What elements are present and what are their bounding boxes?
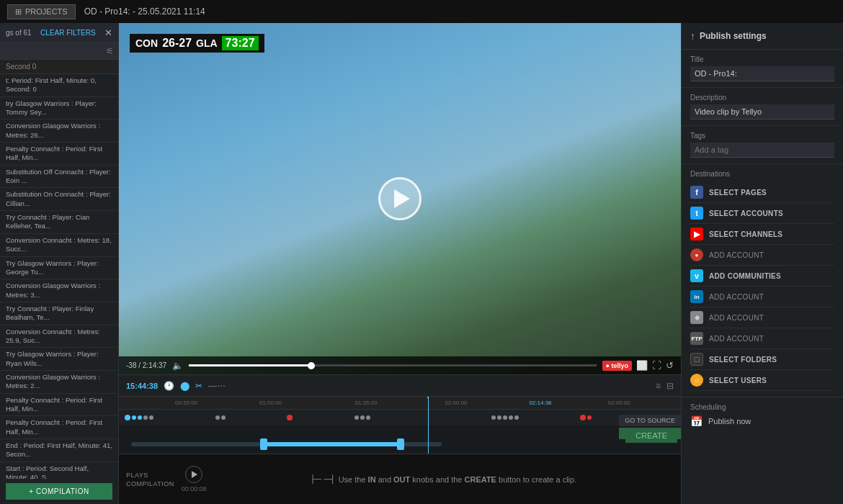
dest-ftp[interactable]: FTP ADD ACCOUNT bbox=[690, 328, 834, 349]
dest-od[interactable]: ● ADD ACCOUNT bbox=[690, 245, 834, 266]
list-item[interactable]: Conversion Connacht : Metres: 25.9, Suc.… bbox=[0, 325, 118, 348]
settings-icon[interactable]: ↺ bbox=[666, 360, 674, 371]
publish-now-row: 📅 Publish now bbox=[690, 415, 834, 427]
folders-label: SELECT FOLDERS bbox=[709, 356, 777, 364]
list-item[interactable]: Conversion Connacht : Metres: 18, Succ..… bbox=[0, 234, 118, 257]
create-button[interactable]: CREATE bbox=[625, 428, 677, 443]
list-item[interactable]: Substitution Off Connacht : Player: Eoin… bbox=[0, 166, 118, 189]
project-title: OD - Pro14: - 25.05.2021 11:14 bbox=[84, 6, 205, 17]
play-button[interactable] bbox=[378, 177, 422, 220]
time-display: -38 / 2:14:37 bbox=[126, 361, 166, 369]
clear-filters-button[interactable]: CLEAR FILTERS bbox=[40, 29, 96, 37]
progress-handle[interactable] bbox=[308, 362, 315, 369]
top-bar: ⊞ PROJECTS OD - Pro14: - 25.05.2021 11:1… bbox=[0, 0, 843, 23]
compilation-button[interactable]: + COMPILATION bbox=[6, 483, 112, 500]
ruler-label-2: 01:00:00 bbox=[259, 400, 282, 406]
description-label: Description bbox=[690, 94, 834, 102]
list-item[interactable]: Penalty Connacht : Period: First Half, M… bbox=[0, 143, 118, 166]
score1: 26-27 bbox=[162, 37, 192, 50]
list-icon[interactable]: ≡ bbox=[656, 381, 661, 391]
list-item[interactable]: Start : Period: Second Half, Minute: 40,… bbox=[0, 462, 118, 479]
video-frame: CON 26-27 GLA 73:27 bbox=[119, 23, 681, 374]
team1-label: CON bbox=[135, 37, 158, 49]
dest-other[interactable]: ◆ ADD ACCOUNT bbox=[690, 307, 834, 328]
compilation-label: COMPILATION bbox=[126, 480, 174, 487]
tags-input[interactable] bbox=[690, 143, 834, 158]
search-input[interactable] bbox=[4, 47, 106, 55]
list-item[interactable]: Conversion Glasgow Warriors : Metres: 2.… bbox=[0, 371, 118, 394]
publish-now-text: Publish now bbox=[708, 417, 751, 426]
results-count: gs of 61 bbox=[6, 29, 32, 37]
dest-vimeo[interactable]: v ADD COMMUNITIES bbox=[690, 266, 834, 287]
dest-linkedin[interactable]: in ADD ACCOUNT bbox=[690, 287, 834, 307]
scrubber-right-handle[interactable] bbox=[397, 438, 404, 450]
ruler-label-5: 02:14:38 bbox=[529, 400, 551, 406]
camera-icon[interactable]: ⬜ bbox=[636, 360, 648, 371]
vimeo-icon: v bbox=[690, 269, 703, 282]
go-to-source-button[interactable]: GO TO SOURCE bbox=[619, 415, 681, 426]
twitter-icon: t bbox=[690, 207, 703, 220]
timeline-ruler: 00:35:00 01:00:00 01:35:00 02:00:00 02:1… bbox=[119, 397, 681, 410]
vimeo-label: ADD COMMUNITIES bbox=[709, 272, 781, 280]
scissors-icon[interactable]: ✂ bbox=[195, 381, 202, 391]
hint-text: Use the IN and OUT knobs and the CREATE … bbox=[339, 475, 577, 484]
dest-facebook[interactable]: f SELECT PAGES bbox=[690, 182, 834, 203]
clip-play-area: 00:00:08 bbox=[182, 466, 207, 492]
publish-header: ↑ Publish settings bbox=[682, 23, 843, 50]
scrubber-left-handle[interactable] bbox=[260, 438, 267, 450]
list-item[interactable]: Try Glasgow Warriors : Player: Ryan Wils… bbox=[0, 348, 118, 371]
od-icon: ● bbox=[690, 248, 703, 261]
dest-users[interactable]: ○ SELECT USERS bbox=[690, 370, 834, 391]
timeline-controls-bar: 15:44:38 🕐 ⬤ ✂ —⋯ ≡ ⊟ bbox=[119, 374, 681, 396]
volume-icon[interactable]: 🔈 bbox=[172, 361, 183, 371]
list-item[interactable]: Conversion Glasgow Warriors : Metres: 3.… bbox=[0, 279, 118, 302]
list-item[interactable]: try Glasgow Warriors : Player: Tommy Sey… bbox=[0, 97, 118, 120]
list-item[interactable]: Try Glasgow Warriors : Player: George Tu… bbox=[0, 257, 118, 280]
ruler-label-4: 02:00:00 bbox=[445, 400, 467, 406]
projects-label: PROJECTS bbox=[25, 7, 68, 16]
description-section: Description bbox=[682, 88, 843, 126]
link-icon[interactable]: ⬤ bbox=[180, 381, 189, 391]
score-overlay: CON 26-27 GLA 73:27 bbox=[130, 34, 264, 53]
publish-title: Publish settings bbox=[700, 31, 767, 41]
clock-icon[interactable]: 🕐 bbox=[164, 381, 174, 391]
facebook-icon: f bbox=[690, 186, 703, 199]
out-label: OUT bbox=[393, 475, 410, 484]
mini-play-button[interactable] bbox=[185, 466, 202, 483]
timeline-time: 15:44:38 bbox=[126, 382, 158, 390]
score2: 73:27 bbox=[222, 36, 259, 50]
list-item[interactable]: t: Period: First Half, Minute: 0, Second… bbox=[0, 74, 118, 97]
list-item[interactable]: Try Connacht : Player: Cian Kelleher, Te… bbox=[0, 211, 118, 234]
list-item[interactable]: Try Connacht : Player: Finlay Bealham, T… bbox=[0, 302, 118, 325]
list-item[interactable]: Conversion Glasgow Warriors : Metres: 26… bbox=[0, 120, 118, 143]
zoom-icon[interactable]: —⋯ bbox=[208, 381, 226, 391]
list-item[interactable]: Penalty Connacht : Period: First Half, M… bbox=[0, 416, 118, 439]
close-button[interactable]: ✕ bbox=[104, 27, 112, 38]
list-item[interactable]: End : Period: First Half, Minute: 41, Se… bbox=[0, 439, 118, 462]
video-progress-bar[interactable] bbox=[189, 364, 596, 366]
projects-button[interactable]: ⊞ PROJECTS bbox=[7, 4, 76, 19]
plays-label: PLAYS bbox=[126, 472, 174, 479]
search-bar: ⚟ bbox=[0, 43, 118, 60]
dest-youtube[interactable]: ▶ SELECT CHANNELS bbox=[690, 224, 834, 245]
tellyo-logo: ● tellyo bbox=[602, 361, 632, 371]
left-panel: gs of 61 CLEAR FILTERS ✕ ⚟ Second 0 t: P… bbox=[0, 23, 119, 504]
tags-label: Tags bbox=[690, 132, 834, 140]
ruler-label-6: 02:00:00 bbox=[608, 400, 630, 406]
right-panel: ↑ Publish settings Title Description Tag… bbox=[681, 23, 843, 504]
dest-twitter[interactable]: t SELECT ACCOUNTS bbox=[690, 203, 834, 224]
grid-icon: ⊞ bbox=[15, 7, 22, 17]
fullscreen-icon[interactable]: ⛶ bbox=[652, 360, 661, 371]
folder-icon: □ bbox=[690, 353, 703, 366]
youtube-icon: ▶ bbox=[690, 228, 703, 240]
description-input[interactable] bbox=[690, 104, 834, 120]
list-item[interactable]: Penalty Connacht : Period: First Half, M… bbox=[0, 394, 118, 417]
filter-icon[interactable]: ⚟ bbox=[106, 46, 114, 56]
title-input[interactable] bbox=[690, 66, 834, 81]
dest-folders[interactable]: □ SELECT FOLDERS bbox=[690, 349, 834, 370]
timeline-cursor[interactable]: 15:44:38 bbox=[428, 397, 429, 454]
bottom-strip: PLAYS COMPILATION 00:00:08 ⊢⊣ Use the IN… bbox=[119, 454, 681, 504]
grid-view-icon[interactable]: ⊟ bbox=[666, 381, 674, 391]
other-label: ADD ACCOUNT bbox=[709, 314, 764, 322]
list-item[interactable]: Substitution On Connacht : Player: Cilli… bbox=[0, 188, 118, 211]
